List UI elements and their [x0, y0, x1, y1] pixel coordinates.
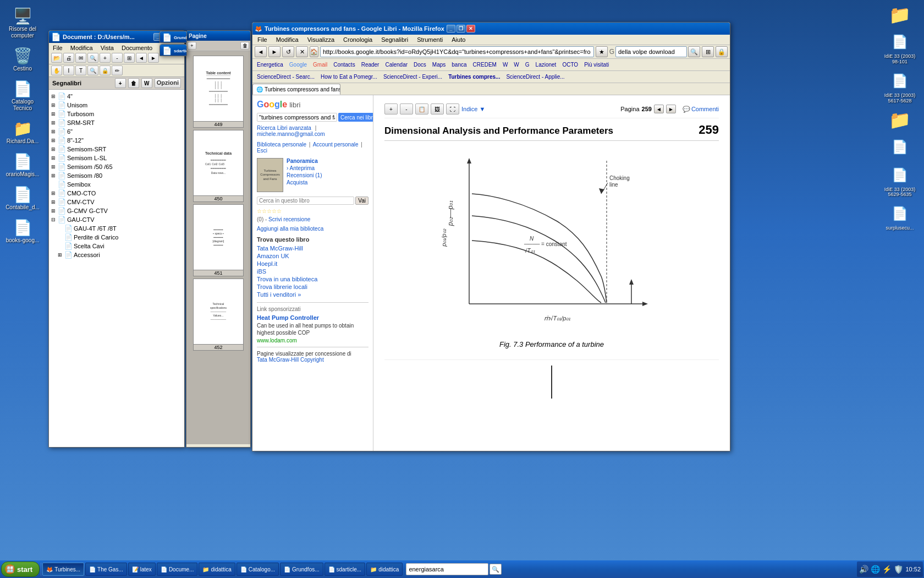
back-button[interactable]: ◄ [255, 46, 267, 57]
taskbar-task-gas[interactable]: 📄 The Gas... [85, 563, 127, 576]
pages-titlebar[interactable]: Pagine [186, 31, 250, 41]
bm-energetica[interactable]: Energetica [255, 61, 285, 68]
zoom-out-btn[interactable]: - [400, 103, 413, 114]
tool-email[interactable]: ✉ [75, 53, 86, 63]
vai-button[interactable]: Vai [355, 197, 369, 205]
desktop-icon-folder-2[interactable]: 📁 [880, 108, 920, 132]
recensioni-link[interactable]: Recensioni (1) [287, 172, 322, 178]
menu-vista[interactable]: Vista [99, 44, 116, 52]
icon-btn-1[interactable]: ⊞ [702, 46, 714, 57]
tool-fit[interactable]: ⊞ [124, 53, 135, 63]
icon-btn-2[interactable]: 🔒 [716, 46, 728, 57]
firefox-titlebar[interactable]: 🦊 Turbines compressors and fans - Google… [252, 23, 730, 35]
tool-next[interactable]: ► [148, 53, 159, 63]
tree-item-6inch[interactable]: ⊞📄6" [51, 127, 182, 136]
tree-item-turbosom[interactable]: ⊞📄Turbosom [51, 110, 182, 118]
find-library[interactable]: Trova in una biblioteca [257, 276, 369, 282]
prev-page-btn[interactable]: ◄ [654, 105, 664, 113]
tool-zoom2[interactable]: 🔍 [87, 66, 98, 75]
index-link[interactable]: Indice ▼ [461, 106, 485, 112]
sdarticle-mini-titlebar[interactable]: 📄 sdarticle.p... [160, 45, 186, 56]
bm-scidir-search[interactable]: ScienceDirect - Searc... [255, 73, 317, 80]
menu-modifica[interactable]: Modifica [69, 44, 95, 52]
tool-search[interactable]: 🔍 [87, 53, 98, 63]
bm-octo[interactable]: OCTO [560, 61, 580, 68]
grundfos-mini-titlebar[interactable]: 📄 Grundfoslit... [160, 31, 186, 43]
delete-bookmark-btn[interactable]: 🗑 [128, 78, 139, 88]
tree-item-cmo-cto[interactable]: ⊞📄CMO-CTO [51, 189, 182, 198]
stop-button[interactable]: ✕ [296, 46, 308, 57]
tree-item-gau-ctv[interactable]: ⊟📄GAU-CTV [51, 215, 182, 224]
menu-file[interactable]: File [51, 44, 64, 52]
tree-item-semisom-5065[interactable]: ⊞📄Semisom /50 /65 [51, 162, 182, 171]
taskbar-task-docume[interactable]: 📄 Docume... [157, 563, 198, 576]
bm-maps[interactable]: Maps [430, 61, 448, 68]
desktop-icon-pdf-1[interactable]: 📄 IdiE 33 (2003) 98-101 [880, 30, 920, 66]
tree-item-unisom[interactable]: ⊞📄Unisom [51, 101, 182, 110]
bookmark-word-btn[interactable]: W [141, 78, 152, 88]
star-button[interactable]: ★ [596, 46, 608, 57]
desktop-icon-surplus[interactable]: 📄 IdiE 33 (2003) 5629-5635 [880, 163, 920, 199]
taskbar-search-input[interactable] [406, 563, 488, 575]
write-review-link[interactable]: Scrivi recensione [268, 216, 310, 222]
menu-strumenti-ff[interactable]: Strumenti [415, 36, 444, 43]
tree-item-perdite[interactable]: 📄Perdite di Carico [51, 233, 182, 242]
url-bar[interactable] [320, 46, 594, 57]
firefox-restore-btn[interactable]: ❐ [457, 25, 465, 32]
bm-w1[interactable]: W [501, 61, 510, 68]
bm-reader[interactable]: Reader [359, 61, 382, 68]
page-thumb-450[interactable]: Technical data ━━━━━━━ Col1Col2Col3 ━━━━… [193, 130, 244, 202]
add-library-link[interactable]: Aggiungi alla mia biblioteca [257, 226, 323, 232]
heat-pump-link[interactable]: Heat Pump Controller [257, 314, 369, 321]
menu-visualizza-ff[interactable]: Visualizza [306, 36, 336, 43]
delete-page-btn[interactable]: 🗑 [240, 42, 249, 50]
tree-item-4inch[interactable]: ⊞📄4" [51, 92, 182, 101]
biblioteca-link[interactable]: Biblioteca personale [257, 141, 306, 148]
find-local[interactable]: Trova librerie locali [257, 283, 369, 290]
bm-gmail[interactable]: Gmail [311, 61, 329, 68]
tool-hand[interactable]: ✋ [51, 66, 62, 75]
tree-item-accessori[interactable]: ⊞📄Accessori [51, 250, 182, 259]
search-input-ff[interactable] [615, 46, 687, 57]
taskbar-task-turbines[interactable]: 🦊 Turbines... [42, 563, 84, 576]
tree-item-gcmv[interactable]: ⊞📄G-CMV G-CTV [51, 206, 182, 215]
books-search-input[interactable] [257, 113, 337, 122]
start-button[interactable]: 🪟 start [1, 561, 40, 577]
comments-link[interactable]: Commenti [691, 106, 719, 112]
bm-pomegr[interactable]: How to Eat a Pomegr... [318, 73, 380, 80]
desktop-icon-pdf-3[interactable]: 📄 [880, 135, 920, 160]
options-btn[interactable]: Opzioni [155, 78, 181, 88]
menu-modifica-ff[interactable]: Modifica [274, 36, 300, 43]
tree-item-semisom-srt[interactable]: ⊞📄Semisom-SRT [51, 145, 182, 154]
copy-btn[interactable]: 📋 [415, 103, 428, 114]
desktop-icon-pdf-2[interactable]: 📄 IdiE 33 (2003) 5617-5628 [880, 69, 920, 105]
page-thumb-451[interactable]: ▪▪▪▪▪▪▪▪▪▪ ▪ specs ▪ ▪▪▪▪▪▪▪▪▪▪ [diagram… [193, 204, 244, 276]
bm-piu[interactable]: Più visitati [582, 61, 611, 68]
bm-google[interactable]: Google [287, 61, 309, 68]
tool-open[interactable]: 📂 [51, 53, 62, 63]
tool-prev[interactable]: ◄ [136, 53, 147, 63]
add-bookmark-btn[interactable]: + [115, 78, 126, 88]
firefox-close-btn[interactable]: ✕ [466, 25, 475, 32]
bm-scidir-appli[interactable]: ScienceDirect - Applie... [504, 73, 566, 80]
menu-file-ff[interactable]: File [256, 36, 269, 43]
desktop-icon-richard[interactable]: 📁 Richard.Da... [3, 118, 42, 146]
books-search-button[interactable]: Cerca nei libri [338, 113, 373, 122]
taskbar-task-sdarticle[interactable]: 📄 sdarticle... [324, 563, 366, 576]
find-tata[interactable]: Tata McGraw-Hill [257, 245, 369, 252]
tree-item-semibox[interactable]: 📄Semibox [51, 180, 182, 189]
bm-g[interactable]: G [523, 61, 532, 68]
tool-print[interactable]: 🖨 [63, 53, 74, 63]
reload-button[interactable]: ↺ [282, 46, 294, 57]
next-page-btn[interactable]: ► [666, 105, 676, 113]
desktop-icon-catalogo[interactable]: 📄 Catalogo Tecnico [3, 78, 42, 113]
desktop-icon-risorse[interactable]: 🖥️ Risorse del computer [3, 6, 42, 41]
tree-item-semisom-lsl[interactable]: ⊞📄Semisom L-SL [51, 154, 182, 162]
desktop-icon-books[interactable]: 📄 books-goog... [3, 217, 42, 246]
tree-item-8-12inch[interactable]: ⊞📄8"-12" [51, 136, 182, 145]
bm-docs[interactable]: Docs [411, 61, 428, 68]
forward-button[interactable]: ► [268, 46, 280, 57]
tool-zoom-in[interactable]: + [100, 53, 111, 63]
tree-item-cmv-ctv[interactable]: ⊞📄CMV-CTV [51, 198, 182, 206]
copyright-link[interactable]: Copyright [300, 357, 324, 363]
